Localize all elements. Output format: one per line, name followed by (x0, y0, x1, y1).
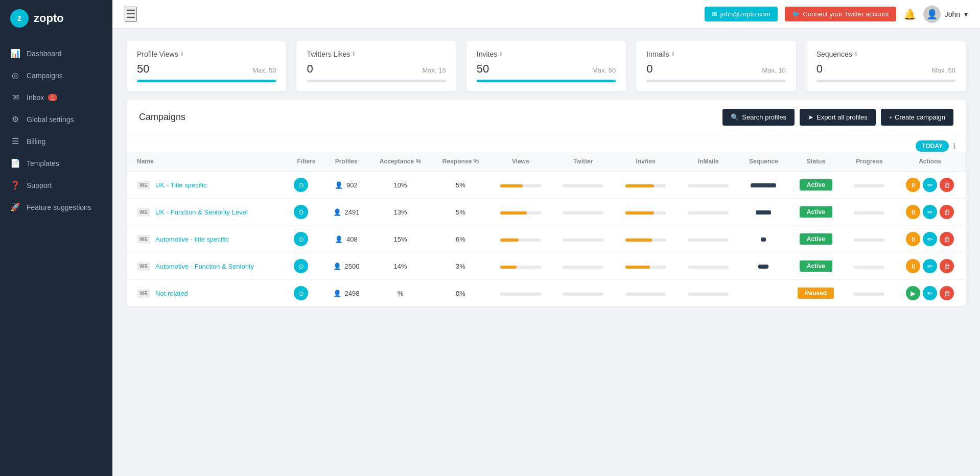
sequence-bar (758, 265, 768, 269)
email-label: john@zopto.com (720, 10, 771, 18)
campaigns-actions: 🔍 Search profiles ➤ Export all profiles … (722, 109, 953, 126)
sidebar-item-support[interactable]: ❓ Support (0, 174, 112, 196)
export-icon: ➤ (808, 113, 813, 121)
edit-button[interactable]: ✏ (923, 286, 937, 300)
edit-button[interactable]: ✏ (923, 232, 937, 246)
delete-button[interactable]: 🗑 (940, 178, 954, 192)
cell-response: 0% (432, 280, 489, 307)
info-icon[interactable]: ℹ (672, 51, 674, 58)
sidebar-item-global-settings[interactable]: ⚙ Global settings (0, 108, 112, 130)
table-row: WE UK - Title specific ⊙ 👤 902 10% 5% (127, 172, 966, 199)
pause-button[interactable]: ⏸ (906, 178, 920, 192)
sidebar-item-billing[interactable]: ☰ Billing (0, 130, 112, 152)
col-actions: Actions (894, 152, 966, 172)
info-icon[interactable]: ℹ (500, 51, 502, 58)
campaign-link[interactable]: Automotive - title specific (155, 235, 229, 243)
campaign-link[interactable]: Automotive - Function & Seniority (155, 263, 254, 270)
cell-inmails (677, 172, 739, 199)
logo-area: z zopto (0, 0, 112, 37)
sidebar-item-label: Templates (27, 159, 59, 168)
hamburger-button[interactable]: ☰ (125, 7, 137, 22)
delete-button[interactable]: 🗑 (940, 286, 954, 300)
sidebar-item-inbox[interactable]: ✉ Inbox 1 (0, 86, 112, 108)
inbox-icon: ✉ (10, 92, 20, 102)
campaigns-tbody: WE UK - Title specific ⊙ 👤 902 10% 5% (127, 172, 966, 307)
campaign-link[interactable]: UK - Function & Seniority Level (155, 208, 248, 216)
today-toggle-button[interactable]: TODAY (916, 140, 949, 152)
sidebar-item-campaigns[interactable]: ◎ Campaigns (0, 64, 112, 86)
cell-invites (614, 280, 676, 307)
cell-inmails (677, 226, 739, 253)
cell-sequence (739, 253, 787, 280)
play-button[interactable]: ▶ (906, 286, 920, 300)
twitter-label: Connect your Twitter account (803, 10, 889, 18)
delete-button[interactable]: 🗑 (940, 232, 954, 246)
sidebar-item-dashboard[interactable]: 📊 Dashboard (0, 42, 112, 64)
cell-inmails (677, 253, 739, 280)
cell-views (489, 226, 551, 253)
col-progress: Progress (844, 152, 894, 172)
cell-profiles: 👤 2498 (324, 280, 369, 307)
progress-bar-bg (646, 80, 785, 82)
create-campaign-button[interactable]: + Create campaign (881, 109, 953, 126)
campaign-link[interactable]: Not related (155, 290, 188, 297)
campaigns-table: Name Filters Profiles Acceptance % Respo… (127, 152, 966, 306)
email-button[interactable]: ✉ john@zopto.com (705, 7, 778, 21)
delete-button[interactable]: 🗑 (940, 259, 954, 273)
pause-button[interactable]: ⏸ (906, 205, 920, 219)
views-bar (500, 266, 541, 269)
pause-button[interactable]: ⏸ (906, 259, 920, 273)
cell-actions: ⏸ ✏ 🗑 (894, 172, 966, 199)
progress-bar (854, 293, 884, 296)
export-profiles-button[interactable]: ➤ Export all profiles (800, 109, 876, 126)
edit-button[interactable]: ✏ (923, 205, 937, 219)
campaign-link[interactable]: UK - Title specific (155, 181, 206, 189)
edit-button[interactable]: ✏ (923, 259, 937, 273)
info-icon[interactable]: ℹ (855, 51, 857, 58)
stat-title-label: Twitters Likes (307, 50, 350, 58)
cell-actions: ⏸ ✏ 🗑 (894, 253, 966, 280)
user-menu-button[interactable]: 👤 John ▾ (923, 6, 968, 23)
cell-name: WE UK - Title specific (127, 172, 289, 199)
invites-bar (625, 266, 666, 269)
filter-icon[interactable]: ⊙ (294, 178, 308, 192)
card-values: 0 Max. 50 (816, 62, 955, 76)
info-icon[interactable]: ℹ (181, 51, 183, 58)
sidebar-item-templates[interactable]: 📄 Templates (0, 152, 112, 174)
cell-twitter (552, 253, 614, 280)
connect-twitter-button[interactable]: 🐦 Connect your Twitter account (785, 7, 896, 21)
twitter-bar (563, 293, 603, 296)
col-invites: Invites (614, 152, 676, 172)
profiles-icon: 👤 (333, 263, 341, 270)
filter-icon[interactable]: ⊙ (294, 232, 308, 246)
search-profiles-button[interactable]: 🔍 Search profiles (722, 109, 795, 126)
filter-icon[interactable]: ⊙ (294, 286, 308, 300)
profiles-count: 2491 (344, 208, 359, 216)
inbox-badge: 1 (48, 94, 57, 101)
cell-filters: ⊙ (289, 226, 324, 253)
sidebar-nav: 📊 Dashboard ◎ Campaigns ✉ Inbox 1 ⚙ Glob… (0, 37, 112, 476)
cell-filters: ⊙ (289, 280, 324, 307)
sidebar: z zopto 📊 Dashboard ◎ Campaigns ✉ Inbox … (0, 0, 112, 476)
table-header: Name Filters Profiles Acceptance % Respo… (127, 152, 966, 172)
cell-name: WE Not related (127, 280, 289, 307)
info-icon[interactable]: ℹ (353, 51, 355, 58)
cell-status: Active (787, 253, 844, 280)
pause-button[interactable]: ⏸ (906, 232, 920, 246)
we-badge: WE (137, 181, 150, 189)
filter-icon[interactable]: ⊙ (294, 259, 308, 273)
sidebar-item-label: Dashboard (27, 50, 62, 58)
delete-button[interactable]: 🗑 (940, 205, 954, 219)
invites-bar (625, 184, 666, 187)
filter-icon[interactable]: ⊙ (294, 205, 308, 219)
card-title: Inmails ℹ (646, 50, 785, 58)
twitter-bar (563, 266, 603, 269)
info-icon[interactable]: ℹ (953, 142, 955, 150)
table-row: WE Not related ⊙ 👤 2498 % 0% (127, 280, 966, 307)
cell-invites (614, 172, 676, 199)
sidebar-item-feature-suggestions[interactable]: 🚀 Feature suggestions (0, 196, 112, 218)
progress-bar-bg (816, 80, 955, 82)
edit-button[interactable]: ✏ (923, 178, 937, 192)
stat-max: Max. 50 (252, 66, 276, 74)
notification-bell-icon[interactable]: 🔔 (903, 8, 916, 20)
